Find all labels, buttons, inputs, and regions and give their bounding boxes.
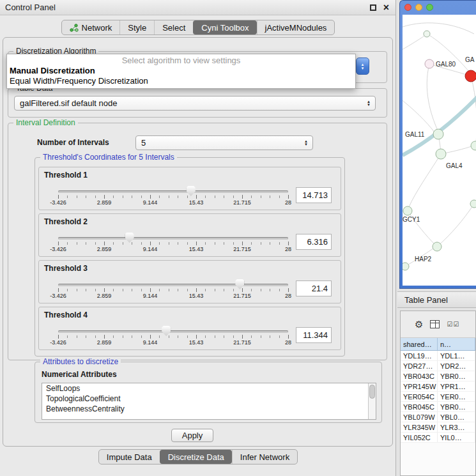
attribute-list-item[interactable]: TopologicalCoefficient [42, 394, 376, 404]
table-row[interactable]: YBR045CYBR0… [401, 402, 475, 412]
table-cell: YBL0… [438, 412, 475, 422]
table-row[interactable]: YBL079WYBL0… [401, 412, 475, 422]
network-edge[interactable] [437, 206, 473, 247]
table-data-combobox[interactable]: galFiltered.sif default node ▲▼ [14, 96, 376, 111]
network-edge[interactable] [403, 35, 426, 53]
tab-network[interactable]: Network [62, 20, 120, 35]
table-cell: YER054C [401, 392, 438, 401]
network-edge[interactable] [403, 96, 476, 155]
network-node-gal11[interactable] [433, 129, 443, 139]
threshold-panel: Threshold 4 -3.4262.8599.14415.4321.7152… [38, 307, 341, 350]
tab-style[interactable]: Style [119, 20, 154, 35]
network-node-label: GA [465, 56, 475, 63]
slider-scale-label: -3.426 [50, 293, 66, 299]
network-node[interactable] [424, 31, 430, 37]
attribute-list-item[interactable]: SelfLoops [42, 383, 376, 394]
slider-major-tick [242, 288, 243, 292]
number-of-intervals-combobox[interactable]: 5 ▲▼ [135, 135, 313, 150]
slider-major-tick [288, 195, 289, 199]
table-cell: YDR27… [401, 361, 438, 371]
threshold-slider[interactable]: -3.4262.8599.14415.4321.71528 [58, 229, 288, 255]
tab-impute-data[interactable]: Impute Data [99, 450, 160, 464]
slider-track[interactable] [58, 330, 288, 333]
slider-thumb[interactable] [187, 186, 196, 196]
slider-track[interactable] [58, 284, 288, 286]
network-node-gal80[interactable] [425, 59, 434, 68]
network-edge[interactable] [427, 64, 438, 130]
combo-arrows-icon: ▲▼ [367, 100, 371, 107]
algorithm-combobox-button[interactable]: ▲ ▼ [356, 58, 369, 75]
network-edge[interactable] [471, 76, 476, 142]
list-scrollbar-thumb[interactable] [369, 385, 375, 399]
network-node-hap2[interactable] [433, 242, 441, 251]
slider-track[interactable] [58, 190, 288, 193]
slider-track[interactable] [58, 237, 288, 240]
slider-scale-label: 28 [285, 246, 291, 252]
network-node[interactable] [471, 141, 476, 150]
close-icon[interactable]: × [383, 3, 389, 13]
threshold-value[interactable]: 6.316 [296, 234, 332, 250]
minimize-traffic-light[interactable] [415, 4, 422, 11]
column-header-name[interactable]: n… [438, 338, 475, 350]
threshold-slider[interactable]: -3.4262.8599.14415.4321.71528 [58, 276, 288, 302]
popup-option-manual-discretization[interactable]: Manual Discretization [7, 66, 355, 76]
table-row[interactable]: YIL052CYIL0… [401, 433, 475, 443]
columns-icon[interactable] [430, 320, 440, 328]
list-scrollbar[interactable] [368, 383, 376, 419]
network-node[interactable] [403, 263, 409, 270]
tab-group: Network Style Select Cyni Toolbox jActiv… [61, 20, 335, 35]
slider-major-tick [242, 195, 243, 199]
zoom-traffic-light[interactable] [426, 4, 433, 11]
table-row[interactable]: YPR145WYPR1… [401, 381, 475, 392]
attribute-list-item[interactable]: BetweennessCentrality [42, 404, 376, 414]
threshold-value[interactable]: 21.4 [296, 280, 332, 296]
node-table-body: YDL19…YDL1…YDR27…YDR2…YBR043CYBR0…YPR145… [401, 351, 475, 443]
attributes-group: Attributes to discretize Numerical Attri… [35, 362, 382, 423]
float-window-icon[interactable] [370, 4, 376, 11]
slider-scale-label: 2.859 [97, 293, 112, 299]
network-edge[interactable] [409, 154, 441, 207]
slider-ticks [58, 335, 288, 338]
table-toolbar: ⚙ ☑☑ [401, 311, 475, 338]
tab-infer-network[interactable]: Infer Network [232, 450, 297, 464]
slider-thumb[interactable] [162, 326, 171, 336]
select-columns-checkbox-icons[interactable]: ☑☑ [447, 321, 459, 328]
slider-thumb[interactable] [125, 233, 134, 243]
slider-thumb[interactable] [235, 279, 244, 289]
column-header-shared-name[interactable]: shared… [401, 338, 438, 350]
slider-major-tick [288, 242, 289, 245]
thresholds-container: Threshold 1 -3.4262.8599.14415.4321.7152… [38, 167, 341, 353]
threshold-value[interactable]: 11.344 [296, 327, 332, 343]
network-node-gcy1[interactable] [403, 206, 412, 215]
table-row[interactable]: YDR27…YDR2… [401, 361, 475, 371]
network-canvas-svg[interactable]: GAL80GAGAL11GAL4GCY1HAP2 [403, 15, 476, 286]
tab-cyni-toolbox[interactable]: Cyni Toolbox [193, 20, 256, 35]
close-traffic-light[interactable] [404, 4, 411, 11]
network-node-ga[interactable] [465, 70, 476, 82]
table-cell: YER0… [438, 392, 475, 401]
popup-option-equal-width-frequency[interactable]: Equal Width/Frequency Discretization [7, 76, 355, 86]
table-panel-title: Table Panel [404, 295, 448, 305]
threshold-slider[interactable]: -3.4262.8599.14415.4321.71528 [58, 323, 288, 348]
threshold-panel: Threshold 1 -3.4262.8599.14415.4321.7152… [38, 167, 341, 210]
table-row[interactable]: YDL19…YDL1… [401, 351, 475, 361]
tab-jactivemnodules[interactable]: jActiveMNodules [257, 20, 335, 35]
table-header-row: shared… n… [401, 338, 475, 351]
network-edge[interactable] [403, 96, 434, 132]
tab-label: Impute Data [107, 452, 152, 462]
table-cell: YBR0… [438, 371, 475, 381]
table-row[interactable]: YBR043CYBR0… [401, 371, 475, 381]
network-node-gal4[interactable] [436, 149, 446, 159]
network-node[interactable] [470, 200, 476, 208]
settings-gear-icon[interactable]: ⚙ [415, 319, 423, 330]
network-canvas[interactable]: GAL80GAGAL11GAL4GCY1HAP2 [403, 15, 476, 286]
network-edge[interactable] [403, 23, 474, 34]
tab-select[interactable]: Select [154, 20, 193, 35]
table-row[interactable]: YER054CYER0… [401, 392, 475, 402]
tab-discretize-data[interactable]: Discretize Data [160, 450, 232, 464]
threshold-value[interactable]: 14.713 [296, 187, 332, 203]
apply-button[interactable]: Apply [171, 429, 213, 442]
threshold-slider[interactable]: -3.4262.8599.14415.4321.71528 [58, 183, 288, 208]
network-icon [70, 24, 79, 32]
table-row[interactable]: YLR345WYLR3… [401, 422, 475, 433]
